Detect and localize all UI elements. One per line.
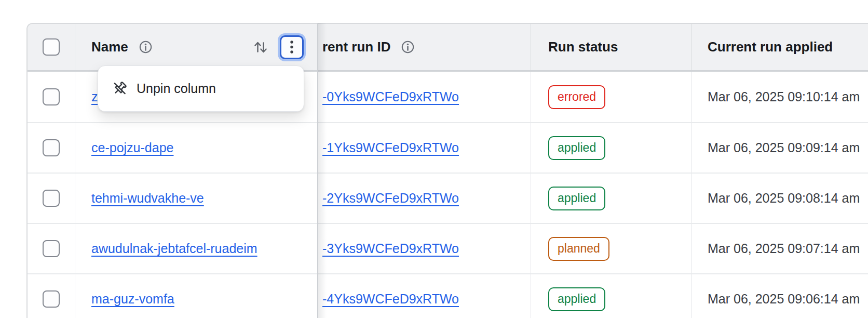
workspace-name-link[interactable]: tehmi-wudvakhe-ve xyxy=(91,191,204,206)
workspace-name-link[interactable]: z xyxy=(91,89,98,104)
run-status-badge: planned xyxy=(548,237,609,261)
row-checkbox[interactable] xyxy=(43,139,60,156)
column-menu-button[interactable] xyxy=(280,35,304,59)
workspace-name-link[interactable]: ma-guz-vomfa xyxy=(91,292,174,307)
header-select-cell xyxy=(28,24,75,70)
table-row: tehmi-wudvakhe-ve -2Yks9WCFeD9xRTWo appl… xyxy=(28,173,868,223)
row-checkbox[interactable] xyxy=(43,290,60,308)
column-context-menu: Unpin column xyxy=(98,65,304,112)
name-column-label: Name xyxy=(91,39,128,55)
row-checkbox[interactable] xyxy=(43,190,60,207)
workspaces-table-screen: Name xyxy=(0,0,868,318)
column-header-name: Name xyxy=(75,24,318,70)
run-id-link[interactable]: -2Yks9WCFeD9xRTWo xyxy=(322,191,459,206)
unpin-icon xyxy=(112,81,128,97)
table-header-row: Name xyxy=(28,24,868,72)
workspace-name-link[interactable]: awudulnak-jebtafcel-ruadeim xyxy=(91,241,257,256)
column-header-run-status: Run status xyxy=(531,24,691,70)
row-checkbox[interactable] xyxy=(43,240,60,257)
run-status-badge: errored xyxy=(548,85,605,109)
column-header-current-run-applied: Current run applied xyxy=(691,24,868,70)
table-row: ma-guz-vomfa -4Yks9WCFeD9xRTWo applied M… xyxy=(28,273,868,318)
run-status-badge: applied xyxy=(548,187,605,210)
current-run-applied-timestamp: Mar 06, 2025 09:10:14 am xyxy=(708,89,860,104)
run-id-link[interactable]: -0Yks9WCFeD9xRTWo xyxy=(322,89,459,104)
unpin-column-label: Unpin column xyxy=(137,81,216,96)
run-status-badge: applied xyxy=(548,136,605,160)
run-id-link[interactable]: -4Yks9WCFeD9xRTWo xyxy=(322,292,459,307)
current-run-applied-timestamp: Mar 06, 2025 09:07:14 am xyxy=(708,241,860,256)
unpin-column-menu-item[interactable]: Unpin column xyxy=(112,81,216,97)
info-icon[interactable] xyxy=(139,40,153,54)
run-status-badge: applied xyxy=(548,287,605,311)
workspace-name-link[interactable]: ce-pojzu-dape xyxy=(91,140,173,155)
select-all-checkbox[interactable] xyxy=(43,38,60,56)
column-header-current-run-id: rent run ID xyxy=(318,24,531,70)
run-status-column-label: Run status xyxy=(548,39,618,55)
current-run-applied-timestamp: Mar 06, 2025 09:09:14 am xyxy=(708,140,860,155)
info-icon[interactable] xyxy=(401,40,415,54)
current-run-id-column-label: rent run ID xyxy=(322,39,390,55)
current-run-applied-column-label: Current run applied xyxy=(708,39,833,55)
row-checkbox[interactable] xyxy=(43,88,60,105)
table-row: awudulnak-jebtafcel-ruadeim -3Yks9WCFeD9… xyxy=(28,223,868,273)
current-run-applied-timestamp: Mar 06, 2025 09:06:14 am xyxy=(708,292,860,307)
run-id-link[interactable]: -1Yks9WCFeD9xRTWo xyxy=(322,140,459,155)
run-id-link[interactable]: -3Yks9WCFeD9xRTWo xyxy=(322,241,459,256)
table-row: ce-pojzu-dape -1Yks9WCFeD9xRTWo applied … xyxy=(28,122,868,173)
current-run-applied-timestamp: Mar 06, 2025 09:08:14 am xyxy=(708,191,860,206)
kebab-menu-icon xyxy=(289,39,294,55)
sort-arrows-icon[interactable] xyxy=(253,39,268,55)
